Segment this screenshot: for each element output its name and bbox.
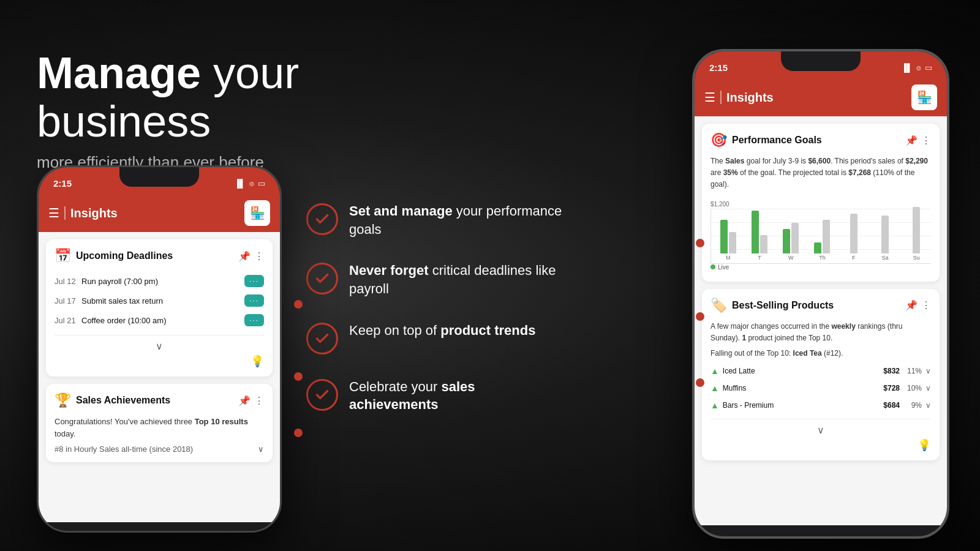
feature-text-goals: Set and manage your performance goals [349, 202, 564, 238]
achievements-text: Congratulations! You've achieved three T… [55, 416, 264, 440]
deadline-desc-3: Coffee order (10:00 am) [81, 316, 244, 325]
expand-icon-1[interactable]: ∨ [925, 367, 931, 375]
hamburger-icon-right[interactable]: ☰ [704, 90, 715, 105]
signal-icon-right: ▐▌ [902, 63, 913, 72]
deadline-btn-3[interactable]: ··· [244, 314, 264, 326]
trend-icon-1: ▲ [710, 366, 719, 376]
deadline-row-3: Jul 21 Coffee order (10:00 am) ··· [55, 310, 264, 330]
status-icons-right: ▐▌ ⌾ ▭ [902, 63, 932, 72]
more-icon-achievements[interactable]: ⋮ [254, 395, 264, 407]
feature-item-trends: Keep on top of product trends [306, 321, 564, 354]
product-name-3: Bars - Premium [723, 401, 880, 410]
wifi-icon-right: ⌾ [916, 63, 921, 72]
feature-check-trends [306, 323, 338, 354]
bar-label-T: T [758, 255, 761, 261]
performance-card-header: 🎯 Performance Goals 📌 ⋮ [710, 132, 931, 148]
app-header-left: ☰ Insights 🏪 [39, 194, 280, 232]
deadline-date-1: Jul 12 [55, 277, 81, 286]
best-selling-divider [710, 419, 931, 419]
feature-item-achievements: Celebrate your sales achievements [306, 378, 564, 414]
bar-group-Su: Su [902, 204, 931, 261]
bar-gray-Th [823, 220, 830, 253]
deadline-btn-1[interactable]: ··· [244, 275, 264, 287]
bar-green-Th [814, 242, 821, 253]
red-dot-right-trends [696, 378, 704, 387]
header-separator-right [720, 91, 722, 104]
red-dot-payroll [294, 372, 303, 381]
best-selling-chevron[interactable]: ∨ [710, 424, 931, 436]
bar-gray-Su [913, 207, 920, 253]
deadline-date-3: Jul 21 [55, 316, 81, 325]
deadline-btn-2[interactable]: ··· [244, 294, 264, 307]
feature-text-trends: Keep on top of product trends [349, 321, 535, 340]
app-logo-right: 🏪 [911, 84, 937, 110]
product-row-1: ▲ Iced Latte $832 11% ∨ [710, 362, 931, 380]
bar-group-Sa: Sa [870, 204, 899, 261]
bar-label-W: W [788, 255, 794, 261]
bar-label-Th: Th [819, 255, 826, 261]
bar-label-Sa: Sa [882, 255, 889, 261]
deadlines-divider [55, 335, 264, 335]
product-row-3: ▲ Bars - Premium $684 9% ∨ [710, 397, 931, 414]
bar-green-W [783, 229, 790, 253]
pin-icon-performance[interactable]: 📌 [905, 135, 918, 146]
bar-chart: M T [714, 212, 931, 261]
red-dot-right-deadlines [696, 312, 704, 321]
achievements-title-row: 🏆 Sales Achievements [55, 392, 170, 408]
chart-live-indicator: Live [710, 264, 931, 271]
hamburger-icon[interactable]: ☰ [48, 206, 59, 220]
more-icon-performance[interactable]: ⋮ [921, 135, 931, 146]
trend-icon-2: ▲ [710, 383, 719, 393]
features-list: Set and manage your performance goals Ne… [306, 202, 564, 437]
battery-icon: ▭ [258, 179, 265, 188]
expand-icon-2[interactable]: ∨ [925, 384, 931, 392]
deadlines-title: Upcoming Deadlines [76, 250, 173, 261]
trend-icon-3: ▲ [710, 400, 719, 410]
best-selling-card-header: 🏷️ Best-Selling Products 📌 ⋮ [710, 298, 931, 313]
app-title-right: Insights [726, 91, 774, 105]
deadline-desc-1: Run payroll (7:00 pm) [81, 277, 244, 286]
feature-text-achievements: Celebrate your sales achievements [349, 378, 564, 414]
product-pct-2: 10% [903, 384, 922, 392]
falling-out-text: Falling out of the Top 10: Iced Tea (#12… [710, 349, 931, 358]
phone-content-right: 🎯 Performance Goals 📌 ⋮ The Sales goal f… [695, 116, 947, 525]
target-icon: 🎯 [710, 132, 727, 148]
live-label: Live [718, 264, 729, 271]
pin-icon-best-selling[interactable]: 📌 [905, 299, 918, 311]
achievements-sub: #8 in Hourly Sales all-time (since 2018)… [55, 444, 264, 454]
performance-goals-text: The Sales goal for July 3-9 is $6,600. T… [710, 156, 931, 191]
deadline-date-2: Jul 17 [55, 296, 81, 305]
bar-group-F: F [839, 204, 868, 261]
phone-right: 2:15 ▐▌ ⌾ ▭ ☰ Insights 🏪 🎯 Perfo [692, 49, 949, 539]
expand-icon-3[interactable]: ∨ [925, 401, 931, 410]
pin-icon-achievements[interactable]: 📌 [238, 395, 251, 407]
feature-item-goals: Set and manage your performance goals [306, 202, 564, 238]
app-title-left: Insights [70, 206, 118, 220]
deadline-desc-2: Submit sales tax return [81, 296, 244, 305]
phone-left: 2:15 ▐▌ ⌾ ▭ ☰ Insights 🏪 📅 [37, 165, 282, 533]
status-time-left: 2:15 [53, 178, 72, 189]
best-selling-actions: 📌 ⋮ [905, 299, 931, 311]
achievements-card-header: 🏆 Sales Achievements 📌 ⋮ [55, 392, 264, 408]
bar-gray-Sa [881, 216, 889, 253]
bar-label-F: F [852, 255, 856, 261]
bar-gray-W [791, 223, 799, 253]
trophy-icon: 🏆 [55, 392, 71, 408]
performance-title: Performance Goals [732, 135, 822, 146]
deadlines-chevron[interactable]: ∨ [55, 340, 264, 352]
bar-green-M [720, 220, 728, 253]
signal-icon: ▐▌ [235, 179, 246, 188]
pin-icon-deadlines[interactable]: 📌 [238, 250, 251, 262]
performance-goals-card: 🎯 Performance Goals 📌 ⋮ The Sales goal f… [702, 124, 940, 282]
bar-gray-F [850, 214, 858, 253]
more-icon-best-selling[interactable]: ⋮ [921, 299, 931, 311]
bar-group-T: T [745, 204, 774, 261]
best-selling-text: A few major changes occurred in the week… [710, 321, 931, 344]
more-icon-deadlines[interactable]: ⋮ [254, 250, 264, 262]
deadlines-card-header: 📅 Upcoming Deadlines 📌 ⋮ [55, 248, 264, 264]
feature-check-deadlines [306, 263, 338, 294]
achievements-expand[interactable]: ∨ [258, 444, 264, 454]
status-time-right: 2:15 [709, 62, 728, 73]
app-logo-left: 🏪 [244, 200, 270, 226]
achievements-card: 🏆 Sales Achievements 📌 ⋮ Congratulations… [46, 384, 273, 462]
